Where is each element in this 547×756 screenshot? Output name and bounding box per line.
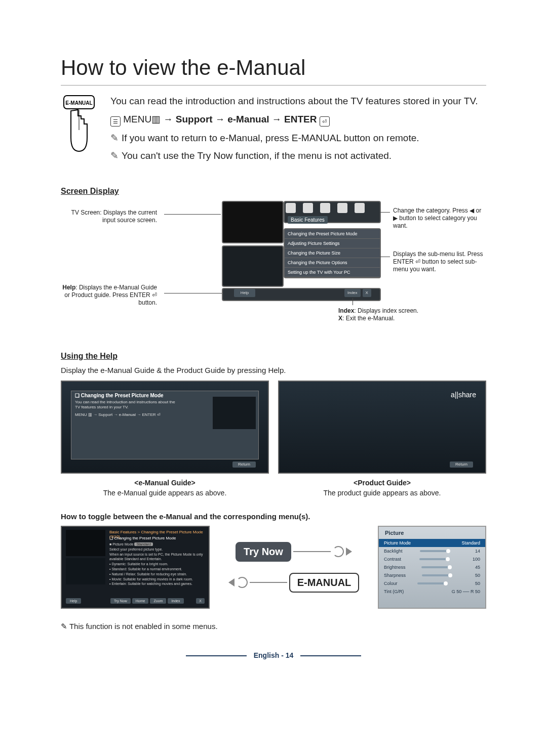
panel-thumb bbox=[66, 558, 105, 584]
footer-bar bbox=[186, 655, 247, 656]
toggle-heading: How to toggle between the e-Manual and t… bbox=[61, 512, 486, 521]
slider-icon bbox=[417, 582, 448, 584]
emanual-panel: Basic Features > Changing the Preset Pic… bbox=[61, 526, 210, 609]
callout-submenu: Displays the sub-menu list. Press ENTER … bbox=[393, 250, 486, 273]
toggle-arrows: Try Now E-MANUAL bbox=[214, 526, 374, 609]
footer-bar bbox=[300, 655, 361, 656]
return-button: Return bbox=[450, 461, 473, 468]
home-button: Home bbox=[132, 598, 149, 604]
using-help-heading: Using the Help bbox=[61, 352, 486, 361]
slider-icon bbox=[422, 574, 452, 576]
screen-display-heading: Screen Display bbox=[61, 187, 486, 196]
arrow-curl-icon bbox=[237, 577, 248, 588]
note-icon: ✎ bbox=[61, 622, 67, 631]
thumbnail-grid bbox=[222, 245, 284, 287]
emanual-bubble: E-MANUAL bbox=[289, 573, 360, 593]
nav-path: ☰ MENU▥ → Support → e-Manual → ENTER ⏎ bbox=[110, 113, 478, 127]
callout-line bbox=[164, 214, 221, 215]
help-button: Help bbox=[234, 289, 255, 297]
arrow-right-icon bbox=[346, 548, 352, 556]
intro-text: You can read the introduction and instru… bbox=[110, 95, 478, 167]
callout-tv: TV Screen: Displays the current input so… bbox=[61, 209, 157, 224]
callout-category: Change the category. Press ◀ or ▶ button… bbox=[393, 207, 486, 230]
panel-buttons: Try Now Home Zoom Index bbox=[110, 598, 184, 604]
menu-glyph-icon: ▥ bbox=[151, 114, 161, 124]
tv-screen-thumb bbox=[222, 201, 284, 243]
manual-page: How to view the e-Manual E-MANUAL You ca… bbox=[0, 0, 547, 690]
picture-row: Picture Mode Standard bbox=[379, 539, 485, 547]
intro-line1: You can read the introduction and instru… bbox=[110, 95, 478, 108]
panel-thumb bbox=[66, 530, 105, 556]
submenu-item: Changing the Picture Size bbox=[285, 248, 380, 258]
emanual-guide-shot: ❏ Changing the Preset Picture Mode You c… bbox=[61, 381, 269, 474]
picture-row: Backlight 14 bbox=[379, 547, 485, 555]
note-icon: ✎ bbox=[110, 149, 119, 162]
guide2-desc: The product guide appears as above. bbox=[278, 489, 486, 497]
picture-row: Tint (G/R) G 50 ── R 50 bbox=[379, 587, 485, 596]
picture-row: Colour 50 bbox=[379, 579, 485, 587]
panel-subheading: ❏ Changing the Preset Picture Mode bbox=[109, 536, 176, 540]
index-button: Index bbox=[344, 289, 361, 297]
guide2-title: <Product Guide> bbox=[278, 479, 486, 487]
guide1-desc: The e-Manual guide appears as above. bbox=[61, 489, 269, 497]
using-help-desc: Display the e-Manual Guide & the Product… bbox=[61, 366, 486, 374]
intro-row: E-MANUAL You can read the introduction a… bbox=[61, 95, 486, 167]
category-label: Basic Features bbox=[288, 216, 328, 224]
submenu-item: Changing the Preset Picture Mode bbox=[285, 229, 380, 239]
shot1-body: You can read the introduction and instru… bbox=[75, 400, 176, 417]
arrow-bar bbox=[293, 551, 331, 552]
callout-line bbox=[380, 212, 390, 213]
submenu-list: Changing the Preset Picture Mode Adjusti… bbox=[284, 228, 381, 278]
category-icon bbox=[286, 203, 296, 213]
shot1-mini bbox=[213, 397, 256, 429]
zoom-button: Zoom bbox=[150, 598, 166, 604]
arrow-bar bbox=[250, 582, 287, 583]
return-button: Return bbox=[232, 461, 256, 468]
note-1: ✎If you want to return to e-Manual, pres… bbox=[110, 132, 478, 145]
screen-display-diagram: TV Screen: Displays the current input so… bbox=[61, 201, 486, 332]
picture-row: Sharpness 50 bbox=[379, 571, 485, 579]
panel-content: ■ Picture Mode Standard Select your pref… bbox=[109, 542, 204, 586]
picture-row: Contrast 100 bbox=[379, 555, 485, 563]
shot1-title: ❏ Changing the Preset Picture Mode bbox=[75, 393, 164, 398]
allshare-logo: a||share bbox=[451, 391, 476, 399]
remote-glyph-icon: ☰ bbox=[110, 116, 121, 127]
submenu-item: Adjusting Picture Settings bbox=[285, 239, 380, 248]
help-screenshots: ❏ Changing the Preset Picture Mode You c… bbox=[61, 381, 486, 474]
arrow-curl-icon bbox=[333, 546, 344, 557]
note-icon: ✎ bbox=[110, 132, 119, 145]
submenu-item: Changing the Picture Options bbox=[285, 258, 380, 268]
category-icon bbox=[355, 203, 365, 213]
toggle-row: Basic Features > Changing the Preset Pic… bbox=[61, 526, 486, 609]
bottom-right-buttons: Index X bbox=[344, 289, 371, 297]
picture-menu-panel: Picture Picture Mode Standard Backlight … bbox=[378, 526, 486, 609]
index-button: Index bbox=[168, 598, 183, 604]
picture-row: Brightness 45 bbox=[379, 563, 485, 571]
category-icon bbox=[320, 203, 330, 213]
toggle-footer-note: ✎ This function is not enabled in some m… bbox=[61, 622, 486, 631]
note-2: ✎You can't use the Try Now function, if … bbox=[110, 149, 478, 162]
slider-icon bbox=[421, 566, 452, 568]
guide-captions: <e-Manual Guide> The e-Manual guide appe… bbox=[61, 479, 486, 497]
picture-rows: Picture Mode Standard Backlight 14 Contr… bbox=[379, 539, 485, 596]
x-button: X bbox=[363, 289, 371, 297]
page-title: How to view the e-Manual bbox=[61, 56, 486, 86]
help-pill: Help bbox=[66, 598, 81, 604]
callout-line bbox=[380, 257, 390, 257]
guide1-title: <e-Manual Guide> bbox=[61, 479, 269, 487]
submenu-item: Setting up the TV with Your PC bbox=[285, 268, 380, 277]
picture-title: Picture bbox=[385, 530, 404, 536]
try-now-button: Try Now bbox=[110, 598, 131, 604]
emanual-arrow: E-MANUAL bbox=[228, 573, 360, 593]
callout-help: Help: Displays the e-Manual Guide or Pro… bbox=[61, 284, 157, 307]
slider-icon bbox=[419, 558, 450, 560]
category-icons bbox=[286, 203, 365, 213]
callout-index-x: IndexIndex: Displays index screen.: Disp… bbox=[338, 307, 435, 322]
callout-line bbox=[353, 298, 353, 305]
slider-icon bbox=[420, 550, 450, 552]
try-now-bubble: Try Now bbox=[236, 542, 291, 562]
page-footer: English - 14 bbox=[61, 651, 486, 659]
arrow-left-icon bbox=[228, 578, 235, 586]
enter-glyph-icon: ⏎ bbox=[320, 116, 330, 127]
category-icon bbox=[303, 203, 313, 213]
